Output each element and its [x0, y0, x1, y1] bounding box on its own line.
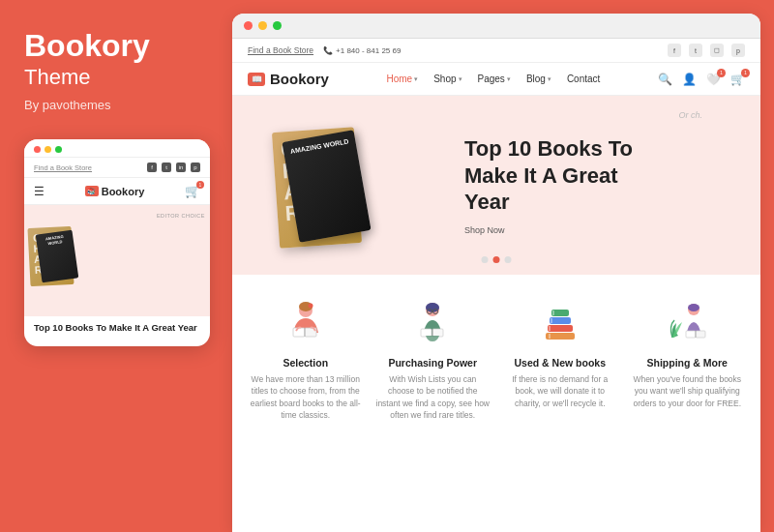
browser-dot-yellow[interactable]	[258, 21, 267, 30]
svg-rect-15	[548, 325, 573, 332]
svg-rect-11	[421, 329, 432, 337]
feature-used-new-icon-area	[531, 296, 589, 349]
find-store-link[interactable]: Find a Book Store	[248, 45, 313, 55]
mobile-mockup: Find a Book Store f t in p ☰ 📚 Bookory 🛒…	[24, 139, 210, 345]
left-panel: Bookory Theme By pavothemes Find a Book …	[0, 0, 232, 532]
feature-used-new-desc: If there is no demand for a book, we wil…	[502, 373, 618, 409]
nav-blog[interactable]: Blog ▾	[526, 74, 551, 84]
mobile-dot-green	[55, 146, 62, 153]
mobile-book-title: AMAZINGWORLD	[39, 234, 71, 248]
nav-pages[interactable]: Pages ▾	[478, 74, 511, 84]
feature-used-new: Used & New books If there is no demand f…	[502, 296, 618, 517]
instagram-icon[interactable]: ◻	[710, 44, 724, 57]
site-topbar-right: f t ◻ p	[668, 44, 745, 57]
hero-dot-2[interactable]	[493, 256, 500, 263]
feature-shipping-desc: When you've found the books you want we'…	[630, 373, 746, 409]
nav-pages-chevron: ▾	[507, 75, 511, 83]
site-logo-text: Bookory	[270, 71, 329, 87]
feature-shipping-icon-area	[658, 296, 716, 349]
mobile-header: ☰ 📚 Bookory 🛒 1	[24, 178, 210, 205]
wishlist-badge: 1	[717, 69, 726, 77]
feature-shipping-title: Shipping & More	[647, 357, 728, 369]
mobile-dot-red	[34, 146, 41, 153]
mobile-cart-badge: 1	[196, 181, 204, 189]
mobile-titlebar	[24, 139, 210, 158]
mobile-twitter-icon: t	[162, 163, 171, 172]
browser-dot-red[interactable]	[244, 21, 253, 30]
mobile-facebook-icon: f	[147, 163, 157, 172]
nav-blog-chevron: ▾	[548, 75, 551, 83]
mobile-editor-tag: EDITOR CHOICE	[157, 213, 205, 219]
mobile-instagram-icon: in	[176, 163, 186, 172]
mobile-social-icons: f t in p	[147, 163, 200, 172]
cart-icon[interactable]: 🛒 1	[730, 73, 745, 86]
hero-dot-1[interactable]	[482, 256, 489, 263]
svg-rect-1	[293, 328, 305, 337]
feature-shipping: Shipping & More When you've found the bo…	[630, 296, 746, 517]
hero-book-3d: CHAR AMAZING WORLD	[261, 108, 435, 263]
feature-selection: Selection We have more than 13 million t…	[248, 296, 364, 517]
mobile-hero-heading: Top 10 Books To Make It A Great Year	[34, 322, 200, 334]
mobile-menu-icon[interactable]: ☰	[34, 185, 45, 198]
browser-mockup: Find a Book Store 📞 +1 840 - 841 25 69 f…	[232, 14, 760, 532]
pinterest-icon[interactable]: p	[731, 44, 745, 57]
site-hero: CHAR AMAZING WORLD Or ch. Top 10 Books T…	[232, 96, 760, 275]
hero-heading: Top 10 Books To Make It A Great Year	[464, 135, 668, 216]
mobile-book-stack: CHAR AMAZINGWORLD	[29, 213, 102, 305]
hero-dot-3[interactable]	[505, 256, 512, 263]
mobile-hero: CHAR AMAZINGWORLD EDITOR CHOICE	[24, 205, 210, 316]
user-icon[interactable]: 👤	[682, 73, 697, 86]
feature-purchasing: Purchasing Power With Wish Lists you can…	[375, 296, 491, 517]
feature-purchasing-title: Purchasing Power	[388, 357, 477, 369]
brand-title: Bookory	[24, 29, 150, 63]
mobile-book-dark: AMAZINGWORLD	[36, 230, 79, 283]
browser-dot-green[interactable]	[273, 21, 282, 30]
nav-shop[interactable]: Shop ▾	[433, 74, 461, 84]
brand-subtitle: Theme	[24, 65, 90, 90]
twitter-icon[interactable]: t	[689, 44, 702, 57]
svg-rect-16	[550, 317, 571, 324]
mobile-cart-icon[interactable]: 🛒 1	[185, 184, 200, 198]
mobile-window-dots	[34, 146, 62, 153]
mobile-logo-icon: 📚	[85, 186, 99, 196]
facebook-icon[interactable]: f	[668, 44, 681, 57]
site-logo: 📖 Bookory	[248, 71, 329, 87]
feature-used-new-title: Used & New books	[514, 357, 606, 369]
nav-home-chevron: ▾	[414, 75, 418, 83]
nav-home[interactable]: Home ▾	[386, 74, 418, 84]
mobile-find-store-link[interactable]: Find a Book Store	[34, 163, 92, 172]
svg-point-5	[308, 303, 313, 308]
site-nav: 📖 Bookory Home ▾ Shop ▾ Pages ▾ Blog	[232, 63, 760, 96]
hero-text-area: Top 10 Books To Make It A Great Year Sho…	[464, 135, 668, 235]
site-nav-links: Home ▾ Shop ▾ Pages ▾ Blog ▾ Contact	[386, 74, 600, 84]
svg-rect-24	[686, 331, 696, 338]
phone-icon: 📞	[323, 46, 333, 55]
site-topbar-left: Find a Book Store 📞 +1 840 - 841 25 69	[248, 45, 401, 55]
site-nav-actions: 🔍 👤 🤍 1 🛒 1	[658, 73, 745, 86]
by-line: By pavothemes	[24, 98, 111, 112]
hero-dots	[482, 256, 512, 263]
feature-purchasing-icon-area	[403, 296, 461, 349]
hero-books-area: CHAR AMAZING WORLD	[261, 96, 455, 275]
svg-rect-12	[432, 329, 443, 337]
hero-cta-text[interactable]: Shop Now	[464, 225, 668, 235]
purchasing-icon	[408, 299, 457, 347]
nav-shop-chevron: ▾	[459, 75, 462, 83]
nav-contact[interactable]: Contact	[567, 74, 600, 84]
site-logo-icon: 📖	[248, 73, 265, 86]
used-new-icon	[536, 299, 584, 347]
feature-selection-title: Selection	[283, 357, 328, 369]
mobile-logo-text: Bookory	[102, 186, 145, 197]
selection-icon	[282, 299, 330, 347]
wishlist-icon[interactable]: 🤍 1	[706, 73, 721, 86]
mobile-logo: 📚 Bookory	[85, 186, 145, 197]
website-content: Find a Book Store 📞 +1 840 - 841 25 69 f…	[232, 39, 760, 532]
browser-chrome	[232, 14, 760, 39]
svg-rect-25	[696, 331, 705, 338]
search-icon[interactable]: 🔍	[658, 73, 672, 86]
site-topbar: Find a Book Store 📞 +1 840 - 841 25 69 f…	[232, 39, 760, 63]
mobile-hero-text-area: Top 10 Books To Make It A Great Year	[24, 316, 210, 336]
cart-badge: 1	[741, 69, 750, 77]
features-section: Selection We have more than 13 million t…	[232, 275, 760, 532]
mobile-topbar: Find a Book Store f t in p	[24, 158, 210, 178]
